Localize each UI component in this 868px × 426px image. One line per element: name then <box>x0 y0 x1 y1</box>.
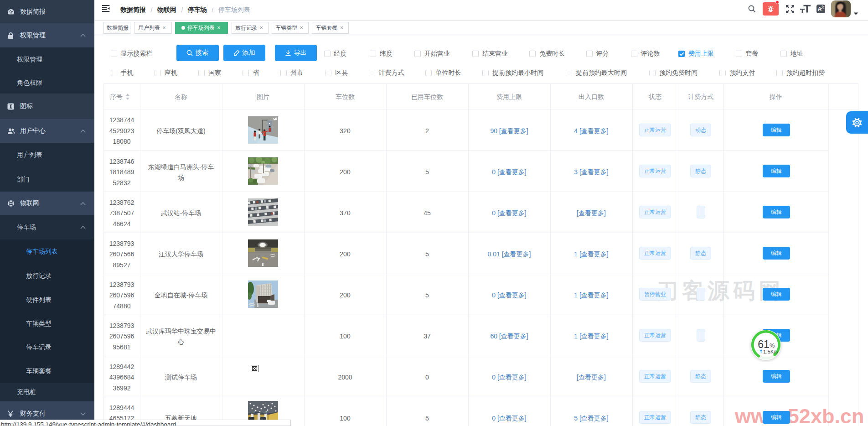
svg-text:%: % <box>770 343 775 349</box>
svg-text:1.5K/s: 1.5K/s <box>763 349 778 354</box>
